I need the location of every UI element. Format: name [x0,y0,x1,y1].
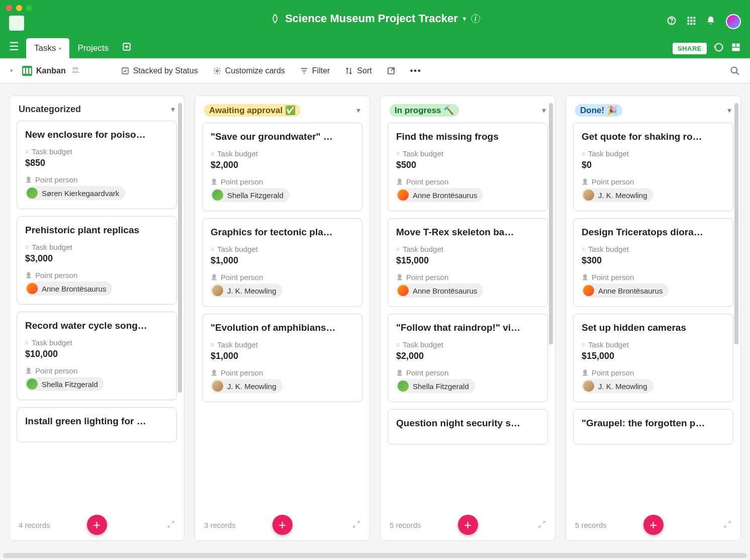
scrollbar-thumb[interactable] [178,103,182,393]
history-icon[interactable] [714,42,724,54]
kanban-card[interactable]: Install green lighting for … [17,407,177,442]
share-view-icon[interactable] [387,67,395,75]
help-icon[interactable] [667,16,677,28]
person-chip[interactable]: Shella Fitzgerald [211,188,290,202]
person-chip[interactable]: Anne Brontësaurus [25,282,112,296]
column-scrollbar[interactable] [363,103,367,505]
add-card-button[interactable]: + [272,515,293,535]
person-chip[interactable]: Anne Brontësaurus [582,284,669,298]
person-chip[interactable]: J. K. Meowling [582,188,653,202]
card-title: Graphics for tectonic pla… [211,227,354,238]
expand-icon[interactable] [167,520,175,530]
kanban-column: Awaiting approval ✅▾"Save our groundwate… [195,96,370,541]
kanban-card[interactable]: Question night security s… [388,409,548,444]
close-window-icon[interactable] [6,5,12,11]
info-icon[interactable]: i [471,14,480,23]
card-title: Find the missing frogs [396,131,539,142]
field-label-person: Point person [25,175,168,184]
expand-icon[interactable] [352,520,360,530]
apps-grid-icon[interactable] [687,16,696,27]
person-chip[interactable]: J. K. Meowling [211,379,283,393]
column-title[interactable]: In progress 🔨 [390,104,459,117]
person-chip[interactable]: J. K. Meowling [211,284,283,298]
customize-cards-button[interactable]: Customize cards [213,66,285,75]
kanban-card[interactable]: Graphics for tectonic pla…Task budget$1,… [202,218,362,307]
search-icon[interactable] [730,66,740,76]
svg-point-16 [75,67,78,70]
user-avatar[interactable] [726,14,741,29]
field-label-budget: Task budget [582,340,725,349]
kanban-card[interactable]: "Graupel: the forgotten p… [573,409,733,444]
horizontal-scrollbar[interactable] [3,553,747,558]
svg-rect-2 [688,17,690,19]
column-scrollbar[interactable] [178,103,182,505]
kanban-card[interactable]: Prehistoric plant replicasTask budget$3,… [17,216,177,305]
stacked-by-button[interactable]: Stacked by Status [121,66,198,75]
column-title[interactable]: Done! 🎉 [575,104,622,117]
column-header: In progress 🔨▾ [381,96,555,123]
column-title[interactable]: Uncategorized [19,104,81,115]
card-title: "Save our groundwater" … [211,131,354,142]
field-value-budget: $850 [25,158,168,168]
expand-icon[interactable] [538,520,546,530]
column-scrollbar[interactable] [734,103,738,505]
chevron-down-icon[interactable]: ▾ [542,106,546,115]
view-switcher[interactable]: Kanban [22,65,81,76]
person-chip[interactable]: Anne Brontësaurus [396,188,483,202]
sort-button[interactable]: Sort [345,66,371,75]
svg-rect-12 [732,44,736,47]
maximize-window-icon[interactable] [26,5,32,11]
kanban-card[interactable]: Move T-Rex skeleton ba…Task budget$15,00… [388,218,548,307]
person-chip[interactable]: Shella Fitzgerald [396,379,475,393]
notifications-icon[interactable] [706,16,716,28]
more-options-icon[interactable]: ••• [410,66,422,75]
field-value-budget: $10,000 [25,349,168,359]
scrollbar-thumb[interactable] [734,103,738,344]
menu-icon[interactable]: ☰ [9,40,19,53]
blocks-icon[interactable] [731,42,741,54]
chevron-down-icon[interactable]: ▾ [727,106,731,115]
field-label-person: Point person [582,273,725,282]
filter-button[interactable]: Filter [300,66,330,75]
person-chip[interactable]: Søren Kierkegaardvark [25,186,125,200]
kanban-card[interactable]: "Follow that raindrop!" vi…Task budget$2… [388,314,548,402]
expand-icon[interactable] [723,520,731,530]
add-card-button[interactable]: + [458,515,478,535]
kanban-card[interactable]: Find the missing frogsTask budget$500Poi… [388,123,548,211]
person-chip[interactable]: Anne Brontësaurus [396,284,483,298]
field-label-person: Point person [582,368,725,377]
person-name: Anne Brontësaurus [598,287,663,295]
chevron-down-icon[interactable]: ▾ [59,46,61,51]
person-chip[interactable]: Shella Fitzgerald [25,377,104,391]
scrollbar-thumb[interactable] [549,103,553,344]
add-card-button[interactable]: + [87,515,107,535]
tab-label: Tasks [34,43,56,53]
chevron-down-icon[interactable]: ▾ [356,106,360,115]
add-card-button[interactable]: + [643,515,664,535]
kanban-card[interactable]: Record water cycle song…Task budget$10,0… [17,312,177,400]
chevron-down-icon[interactable]: ▾ [463,15,466,22]
collaborators-icon[interactable] [70,65,81,76]
kanban-card[interactable]: Design Triceratops diora…Task budget$300… [573,218,733,307]
kanban-card[interactable]: "Save our groundwater" …Task budget$2,00… [202,123,362,211]
kanban-card[interactable]: Set up hidden camerasTask budget$15,000P… [573,314,733,402]
kanban-card[interactable]: New enclosure for poiso…Task budget$850P… [17,121,177,209]
share-button[interactable]: SHARE [673,43,707,54]
app-logo-icon[interactable] [9,16,24,31]
kanban-card[interactable]: "Evolution of amphibians…Task budget$1,0… [202,314,362,402]
person-chip[interactable]: J. K. Meowling [582,379,653,393]
add-table-button[interactable] [123,42,131,53]
field-label-budget: Task budget [211,149,354,158]
tab-projects[interactable]: Projects [69,38,116,58]
kanban-card[interactable]: Get quote for shaking ro…Task budget$0Po… [573,123,733,211]
column-header: Awaiting approval ✅▾ [195,96,369,123]
column-title[interactable]: Awaiting approval ✅ [204,104,301,117]
tab-tasks[interactable]: Tasks ▾ [26,38,69,58]
base-title[interactable]: Science Museum Project Tracker ▾ i [270,12,480,25]
minimize-window-icon[interactable] [16,5,22,11]
column-scrollbar[interactable] [549,103,553,505]
collapse-icon[interactable]: ▾ [10,67,13,74]
column-body: "Save our groundwater" …Task budget$2,00… [195,123,369,509]
chevron-down-icon[interactable]: ▾ [171,105,175,114]
kanban-column: Done! 🎉▾Get quote for shaking ro…Task bu… [566,96,741,541]
